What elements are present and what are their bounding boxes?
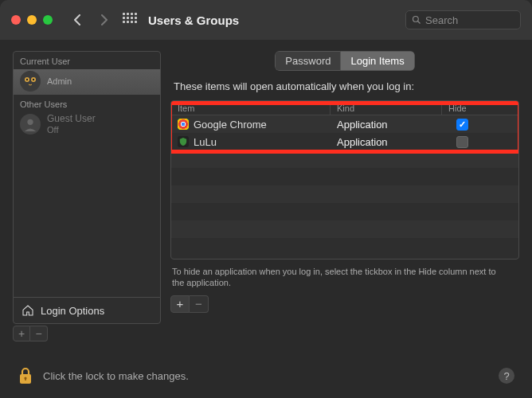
lock-hint-text: Click the lock to make changes. <box>43 370 189 382</box>
col-item[interactable]: Item <box>171 101 331 115</box>
tab-login-items[interactable]: Login Items <box>340 51 414 71</box>
avatar <box>20 114 41 135</box>
help-button[interactable]: ? <box>499 368 514 384</box>
hide-checkbox[interactable] <box>456 136 468 148</box>
avatar <box>20 71 41 92</box>
login-options-label: Login Options <box>41 305 104 317</box>
user-meta: Guest User Off <box>47 114 96 135</box>
svg-point-2 <box>20 71 41 92</box>
item-kind: Application <box>331 136 442 148</box>
svg-line-1 <box>418 21 421 24</box>
tab-password[interactable]: Password <box>275 51 340 71</box>
item-name: Google Chrome <box>194 119 267 131</box>
window-title: Users & Groups <box>148 14 239 27</box>
hide-checkbox[interactable] <box>456 119 468 131</box>
item-kind: Application <box>331 119 442 131</box>
svg-point-5 <box>26 79 28 80</box>
main-pane: Password Login Items These items will op… <box>170 51 519 341</box>
table-row <box>171 168 518 185</box>
user-name: Guest User <box>47 114 96 125</box>
titlebar: Users & Groups Search <box>0 0 532 40</box>
col-kind[interactable]: Kind <box>331 101 442 115</box>
current-user-section-label: Current User <box>14 52 160 69</box>
user-role: Admin <box>47 76 72 87</box>
svg-point-6 <box>33 79 34 80</box>
col-hide[interactable]: Hide <box>442 101 482 115</box>
lock-icon[interactable] <box>18 366 33 385</box>
sidebar-current-user[interactable]: Admin <box>14 69 160 95</box>
home-icon <box>22 304 34 317</box>
tab-group: Password Login Items <box>275 51 414 71</box>
login-options-button[interactable]: Login Options <box>13 297 161 324</box>
svg-point-7 <box>27 119 33 125</box>
sidebar: Current User Admin Other Users Guest Use… <box>13 51 161 341</box>
login-items-instruction: These items will open automatically when… <box>174 80 519 92</box>
table-row <box>171 203 518 220</box>
show-all-prefs-icon[interactable] <box>123 13 137 27</box>
table-row[interactable]: LuLu Application <box>171 133 518 150</box>
add-user-button[interactable]: + <box>13 326 30 341</box>
search-input[interactable]: Search <box>405 10 521 29</box>
table-row <box>171 185 518 203</box>
forward-button[interactable] <box>94 10 115 30</box>
footer: Click the lock to make changes. ? <box>0 353 532 398</box>
back-button[interactable] <box>67 10 88 30</box>
remove-login-item-button[interactable]: − <box>190 295 209 313</box>
user-list: Current User Admin Other Users Guest Use… <box>13 51 161 298</box>
add-login-item-button[interactable]: + <box>170 295 190 313</box>
search-placeholder: Search <box>425 14 458 26</box>
item-name: LuLu <box>194 136 217 148</box>
table-row <box>171 150 518 168</box>
other-users-section-label: Other Users <box>14 95 160 112</box>
remove-user-button[interactable]: − <box>30 326 48 341</box>
table-body: Google Chrome Application LuLu Applicati… <box>171 115 518 256</box>
svg-point-0 <box>413 17 419 22</box>
table-row[interactable]: Google Chrome Application <box>171 115 518 133</box>
user-meta: Admin <box>47 76 72 87</box>
hide-hint-text: To hide an application when you log in, … <box>172 266 507 289</box>
sidebar-guest-user[interactable]: Guest User Off <box>14 112 160 138</box>
chrome-icon <box>178 119 189 130</box>
lulu-icon <box>178 136 189 147</box>
fullscreen-window-button[interactable] <box>43 15 53 25</box>
table-row <box>171 220 518 238</box>
close-window-button[interactable] <box>11 15 21 25</box>
table-header: Item Kind Hide <box>171 101 518 115</box>
table-row <box>171 238 518 256</box>
search-icon <box>412 15 421 25</box>
minimize-window-button[interactable] <box>27 15 37 25</box>
user-status: Off <box>47 125 96 135</box>
window-controls <box>11 15 53 25</box>
svg-rect-10 <box>25 378 26 380</box>
login-items-table: Item Kind Hide Google Chrome Application <box>170 100 519 259</box>
